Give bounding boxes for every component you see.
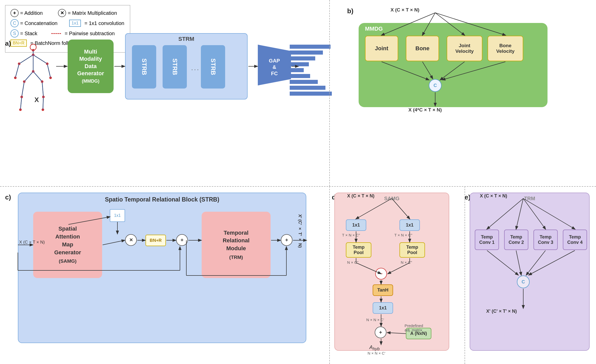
addition-label: = Addition (20, 10, 43, 16)
e-concat-circle: C (517, 275, 530, 288)
d-conv1: 1x1 (346, 219, 366, 231)
pairwise-icon (51, 33, 61, 34)
svg-line-31 (33, 71, 42, 82)
d-temp-pool1: TempPool (346, 242, 371, 258)
strm-label: STRM (178, 36, 194, 42)
c-trm-box: TemporalRelationalModule (TRM) (202, 212, 271, 278)
svg-text:GAP: GAP (269, 58, 280, 64)
svg-line-33 (42, 82, 43, 97)
matrix-mult-icon: ✕ (58, 9, 66, 17)
bar-2 (290, 51, 323, 55)
bar-7 (290, 80, 318, 84)
stack-icon: S (10, 29, 19, 37)
bar-9 (290, 92, 332, 96)
b-output-label: X (4*C × T × N) (408, 107, 442, 113)
svg-line-35 (43, 97, 43, 110)
c-plus2-circle: + (281, 234, 293, 246)
strm-area: STRM STRB STRB ··· STRB (125, 33, 248, 99)
vertical-divider-2 (329, 186, 330, 364)
svg-text:&: & (273, 64, 276, 70)
d-ahyb: Ahyb (369, 344, 380, 352)
plus-circle-icon: + (10, 9, 19, 17)
c-samg-text: SpatialAttentionMapGenerator (54, 225, 81, 256)
d-minus-circle: − (375, 268, 387, 280)
bar-5 (290, 68, 304, 72)
d-temp-pool2: TempPool (399, 242, 425, 258)
d-input-label: X (C × T × N) (347, 193, 374, 199)
b-bone-box: Bone (406, 36, 439, 61)
bar-8 (290, 86, 325, 90)
d-samg-area: SAMG (334, 193, 449, 351)
bar-1 (290, 45, 331, 49)
conv-icon: 1x1 (69, 20, 81, 27)
c-samg-abbr: (SAMG) (59, 258, 77, 265)
d-tnc1: T × N × C'' (342, 233, 360, 237)
d-tanh: TanH (373, 284, 393, 296)
d-nxnxcp-bottom: N × N × C' (368, 351, 385, 355)
e-temp-conv2: TempConv 2 (504, 230, 528, 250)
d-nc2: N × C'' (401, 260, 412, 265)
legend-row-concat: C = Concatenation 1x1 = 1x1 convolution (10, 19, 125, 27)
svg-line-32 (22, 82, 24, 97)
b-joint-vel-box: JointVelocity (447, 36, 482, 61)
svg-line-34 (20, 97, 22, 110)
strb-title: Spatio Temporal Relational Block (STRB) (105, 196, 219, 203)
mmdg-text: MultiModalityDataGenerator(MMDG) (77, 48, 104, 85)
c-output-label: X' (C' × T' × N) (297, 214, 302, 248)
skeleton-figure: X (10, 41, 56, 115)
legend-row-addition: + = Addition ✕ = Matrix Multiplication (10, 9, 125, 17)
d-nxnxcp: N × N × C' (366, 318, 384, 322)
c-input-label: X (C × T × N) (19, 240, 45, 245)
bar-6 (290, 74, 310, 78)
d-plus-circle: + (375, 327, 386, 338)
d-tnc2: T × N × C'' (394, 233, 412, 237)
svg-line-27 (33, 55, 47, 64)
svg-line-26 (19, 55, 33, 64)
matrix-mult-label: = Matrix Multiplication (68, 10, 117, 16)
section-c-label: c) (5, 193, 11, 201)
vertical-divider-3 (465, 186, 465, 364)
section-b-label: b) (347, 7, 354, 15)
d-samg-label: SAMG (384, 196, 399, 202)
strb-box-3: STRB (201, 45, 225, 89)
dots: ··· (191, 66, 200, 73)
e-temp-conv3: TempConv 3 (533, 230, 558, 250)
c-plus1-circle: + (176, 234, 188, 246)
b-input-label: X (C × T × N) (391, 7, 419, 13)
strb-box-2: STRB (163, 45, 187, 89)
e-temp-conv4: TempConv 4 (563, 230, 587, 250)
e-trm-area: TRM (470, 193, 590, 351)
svg-line-28 (15, 64, 19, 78)
c-mult-circle: ✕ (125, 234, 137, 246)
mmdg-box: MultiModalityDataGenerator(MMDG) (68, 40, 114, 93)
e-input-label: X (C × T × N) (480, 193, 507, 199)
conv-label: = 1x1 convolution (84, 20, 124, 26)
svg-line-29 (47, 64, 51, 78)
gap-fc-box: GAP & FC (258, 45, 291, 85)
concat-icon: C (10, 19, 19, 27)
b-bone-vel-box: BoneVelocity (488, 36, 523, 61)
c-trm-text: TemporalRelationalModule (223, 229, 249, 253)
d-nc1: N × C'' (347, 260, 359, 265)
legend-row-stack: S = Stack = Pairwise subtraction (10, 29, 125, 37)
concat-label: = Concatenation (20, 20, 57, 26)
b-joint-box: Joint (365, 36, 398, 61)
bar-3 (290, 56, 315, 60)
horizontal-divider (0, 186, 596, 187)
pairwise-label: = Pairwise subtraction (65, 31, 115, 36)
svg-text:X: X (34, 96, 39, 104)
stack-label: = Stack (20, 31, 37, 36)
d-predefined: Predefinedadj. matrix (405, 323, 423, 332)
e-temp-conv1: TempConv 1 (475, 230, 499, 250)
bar-4 (290, 62, 309, 66)
e-trm-label: TRM (524, 196, 535, 202)
svg-text:FC: FC (271, 71, 278, 76)
svg-line-30 (24, 71, 33, 82)
strb-box-1: STRB (132, 45, 156, 89)
c-conv1x1: 1x1 (110, 209, 125, 222)
output-bars (290, 45, 332, 96)
b-mmdg-label: MMDG (365, 26, 383, 32)
vertical-divider-1 (329, 0, 330, 186)
d-conv3: 1x1 (373, 302, 393, 314)
c-bnr-box: BN+R (145, 235, 166, 246)
